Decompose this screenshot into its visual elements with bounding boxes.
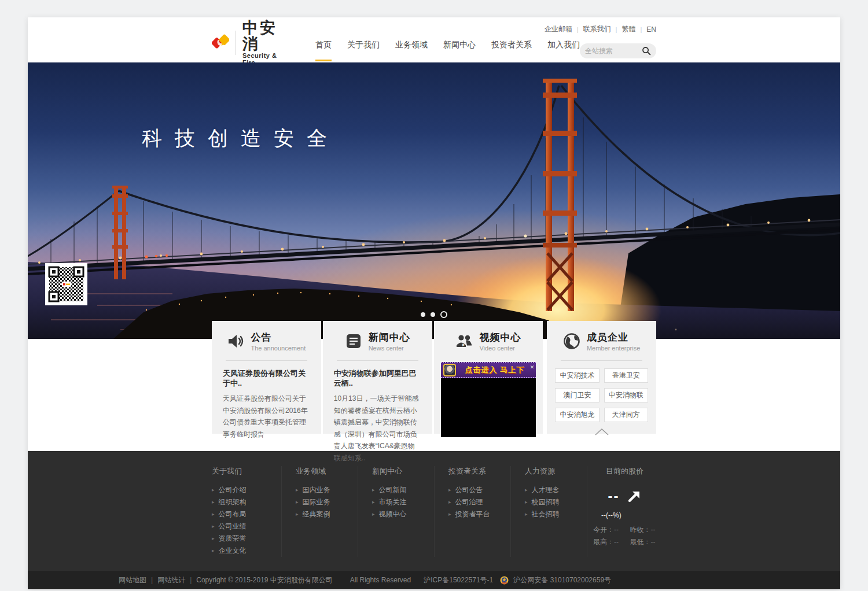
video-card: ▶ 视频中心 Video center 点击进入 马上下 ✕ — [434, 321, 543, 434]
utility-link-mail[interactable]: 企业邮箱 — [545, 24, 572, 34]
logo-title: 中安消 — [242, 20, 278, 52]
speaker-icon — [227, 333, 244, 350]
hero-banner: 科技创造安全 — [28, 62, 840, 339]
nav-news[interactable]: 新闻中心 — [443, 40, 476, 61]
footer-link[interactable]: ▸公司公告 — [448, 484, 510, 496]
arrow-bullet-icon: ▸ — [372, 496, 375, 508]
arrow-bullet-icon: ▸ — [296, 496, 299, 508]
footer-col-business: 业务领域 ▸国内业务 ▸国际业务 ▸经典案例 — [281, 466, 358, 557]
carousel-dot-3-active[interactable] — [440, 311, 447, 318]
footer-col-title: 人力资源 — [525, 466, 587, 477]
copyright-text: Copyright © 2015-2019 中安消股份有限公司 — [196, 575, 333, 585]
news-card: 新闻中心 News center 中安消物联参加阿里巴巴云栖.. 10月13日，… — [323, 321, 432, 434]
footer-col-about: 关于我们 ▸公司介绍 ▸组织架构 ▸公司布局 ▸公司业绩 ▸资质荣誉 ▸企业文化 — [212, 466, 281, 557]
icp-license-link[interactable]: 沪ICP备15022571号-1 — [424, 575, 493, 585]
separator: | — [640, 26, 642, 33]
arrow-bullet-icon: ▸ — [212, 508, 215, 520]
member-company-button[interactable]: 中安消技术 — [555, 368, 599, 383]
stock-stat-low: 最低：-- — [630, 537, 657, 547]
nav-investor[interactable]: 投资者关系 — [491, 40, 532, 61]
arrow-bullet-icon: ▸ — [212, 484, 215, 496]
collapse-chevron-icon[interactable] — [547, 429, 656, 435]
footer-col-news: 新闻中心 ▸公司新闻 ▸市场关注 ▸视频中心 — [358, 466, 434, 557]
company-logo[interactable]: 中安消 Security & Fire — [212, 17, 278, 62]
footer-link[interactable]: ▸国际业务 — [296, 496, 358, 508]
member-company-grid: 中安消技术 香港卫安 澳门卫安 中安消物联 中安消旭龙 天津同方 — [547, 361, 656, 422]
footer-link[interactable]: ▸市场关注 — [372, 496, 434, 508]
footer-link[interactable]: ▸组织架构 — [212, 496, 281, 508]
footer-link[interactable]: ▸公司业绩 — [212, 520, 281, 533]
member-company-button[interactable]: 澳门卫安 — [555, 388, 599, 402]
spacer — [28, 434, 840, 451]
announcement-item-title[interactable]: 天风证券股份有限公司关于中.. — [223, 368, 310, 388]
footer-link[interactable]: ▸资质荣誉 — [212, 533, 281, 545]
police-record-link[interactable]: 沪公网安备 31010702002659号 — [513, 575, 611, 585]
utility-link-traditional[interactable]: 繁體 — [621, 24, 635, 34]
members-card: 成员企业 Member enterprise 中安消技术 香港卫安 澳门卫安 中… — [547, 321, 656, 434]
globe-icon — [563, 333, 580, 350]
stock-stat-prev: 昨收：-- — [630, 525, 657, 535]
ad-banner-text[interactable]: 点击进入 马上下 — [456, 365, 534, 375]
footer-link[interactable]: ▸校园招聘 — [525, 496, 587, 508]
carousel-dot-2[interactable] — [431, 312, 435, 317]
people-icon: ▶ — [455, 333, 473, 350]
footer-col-title: 业务领域 — [296, 466, 358, 477]
search-icon[interactable] — [642, 46, 651, 56]
site-stats-link[interactable]: 网站统计 — [157, 575, 185, 585]
footer-col-title: 关于我们 — [212, 466, 281, 477]
sitemap-link[interactable]: 网站地图 — [119, 575, 146, 585]
footer-link[interactable]: ▸经典案例 — [296, 508, 358, 520]
footer-link[interactable]: ▸国内业务 — [296, 484, 358, 496]
video-thumbnail[interactable]: 点击进入 马上下 ✕ — [441, 362, 536, 437]
utility-links: 企业邮箱 | 联系我们 | 繁體 | EN — [278, 24, 656, 34]
arrow-bullet-icon: ▸ — [525, 508, 528, 520]
rights-text: All Rights Reserved — [350, 576, 411, 584]
stock-up-arrow-icon — [627, 489, 641, 503]
search-input[interactable] — [585, 47, 642, 55]
footer-link[interactable]: ▸公司新闻 — [372, 484, 434, 496]
footer-col-hr: 人力资源 ▸人才理念 ▸校园招聘 ▸社会招聘 — [510, 466, 587, 557]
members-title: 成员企业 — [587, 331, 640, 344]
member-company-button[interactable]: 天津同方 — [604, 408, 648, 422]
utility-link-en[interactable]: EN — [646, 25, 656, 34]
site-search — [580, 43, 656, 58]
nav-about[interactable]: 关于我们 — [347, 40, 380, 61]
stock-price-value: -- — [608, 488, 620, 504]
announcement-title: 公告 — [251, 331, 306, 344]
hero-headline: 科技创造安全 — [142, 125, 340, 152]
footer-col-title: 投资者关系 — [448, 466, 510, 477]
qr-code — [45, 263, 87, 305]
news-doc-icon — [345, 333, 362, 350]
nav-join[interactable]: 加入我们 — [547, 40, 580, 61]
nav-business[interactable]: 业务领域 — [395, 40, 428, 61]
ad-close-icon[interactable]: ✕ — [530, 365, 535, 370]
site-header: 中安消 Security & Fire 企业邮箱 | 联系我们 | 繁體 | E… — [28, 17, 840, 62]
footer-link[interactable]: ▸投资者平台 — [448, 508, 510, 520]
footer-link[interactable]: ▸公司治理 — [448, 496, 510, 508]
video-ad-banner[interactable]: 点击进入 马上下 ✕ — [441, 362, 536, 378]
stock-price-widget: 目前的股价 -- --(--%) 今开：-- 昨收：-- 最高：-- 最低：-- — [587, 466, 656, 557]
member-company-button[interactable]: 中安消物联 — [604, 388, 648, 402]
footer-link[interactable]: ▸公司布局 — [212, 508, 281, 520]
separator: | — [577, 26, 579, 33]
video-title: 视频中心 — [479, 331, 521, 344]
footer-link[interactable]: ▸企业文化 — [212, 545, 281, 557]
announcement-card: 公告 The announcement 天风证券股份有限公司关于中.. 天风证券… — [212, 321, 321, 434]
carousel-dot-1[interactable] — [421, 312, 425, 317]
arrow-bullet-icon: ▸ — [372, 484, 375, 496]
footer-link[interactable]: ▸社会招聘 — [525, 508, 587, 520]
member-company-button[interactable]: 香港卫安 — [604, 368, 648, 383]
news-item-title[interactable]: 中安消物联参加阿里巴巴云栖.. — [334, 368, 421, 388]
nav-home[interactable]: 首页 — [315, 40, 332, 61]
video-screen[interactable] — [441, 378, 536, 437]
member-company-button[interactable]: 中安消旭龙 — [555, 408, 599, 422]
footer-link[interactable]: ▸视频中心 — [372, 508, 434, 520]
footer-link[interactable]: ▸人才理念 — [525, 484, 587, 496]
footer-link[interactable]: ▸公司介绍 — [212, 484, 281, 496]
arrow-bullet-icon: ▸ — [212, 533, 215, 545]
utility-link-contact[interactable]: 联系我们 — [583, 24, 611, 34]
bridge-sunset-photo — [28, 62, 840, 339]
footer-col-investor: 投资者关系 ▸公司公告 ▸公司治理 ▸投资者平台 — [434, 466, 510, 557]
announcement-subtitle: The announcement — [251, 345, 306, 352]
page: 中安消 Security & Fire 企业邮箱 | 联系我们 | 繁體 | E… — [28, 17, 840, 589]
